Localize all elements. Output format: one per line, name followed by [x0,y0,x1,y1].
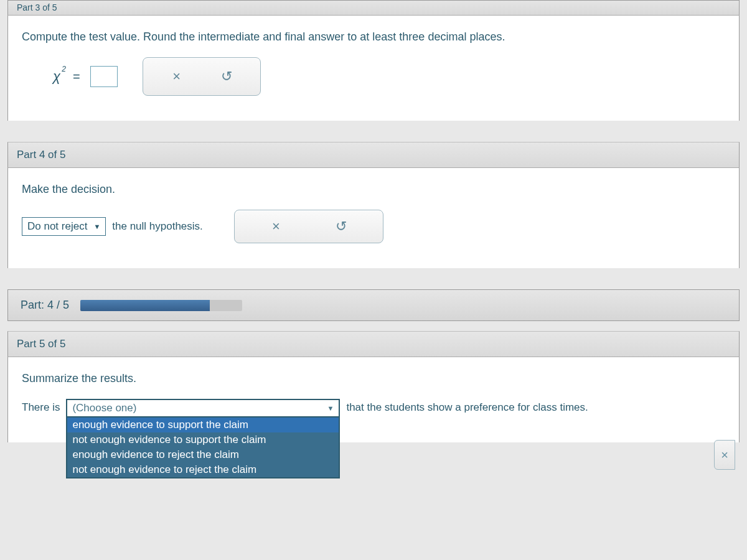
part-5-instruction: Summarize the results. [22,372,725,385]
summary-option-0[interactable]: enough evidence to support the claim [67,418,339,432]
part-5-header-label: Part 5 of 5 [17,338,65,350]
chi-superscript: 2 [62,65,66,73]
progress-row: Part: 4 / 5 [7,289,740,321]
part-4-header: Part 4 of 5 [7,142,740,168]
decision-trailing-text: the null hypothesis. [112,220,203,233]
reset-icon[interactable]: ↺ [215,65,238,88]
summary-row: There is (Choose one) ▼ enough evidence … [22,399,725,418]
decision-select-value: Do not reject [27,220,87,233]
summary-dropdown-selected[interactable]: (Choose one) ▼ [66,399,340,418]
summary-dropdown-list: enough evidence to support the claim not… [66,418,340,478]
summary-dropdown[interactable]: (Choose one) ▼ enough evidence to suppor… [66,399,340,418]
progress-label: Part: 4 / 5 [21,299,69,312]
chevron-down-icon: ▼ [327,404,334,412]
part-3-header-label: Part 3 of 5 [17,2,57,12]
summary-lead: There is [22,399,60,414]
part-3-toolbox: × ↺ [143,57,261,96]
chi-square-row: χ 2 = × ↺ [22,57,725,96]
equals-sign: = [73,70,80,84]
part-4-toolbox: × ↺ [234,210,383,243]
chi-symbol: χ 2 [53,68,60,85]
summary-option-2[interactable]: enough evidence to reject the claim [67,447,339,462]
chevron-down-icon: ▼ [93,223,100,230]
clear-icon[interactable]: × [265,215,287,238]
part-3-header-cut: Part 3 of 5 [7,0,740,16]
part-5-body: Summarize the results. There is (Choose … [7,357,740,442]
part-4-header-label: Part 4 of 5 [17,149,65,161]
decision-row: Do not reject ▼ the null hypothesis. × ↺ [22,210,725,243]
clear-icon[interactable]: × [166,65,188,88]
side-clear-icon[interactable]: × [714,440,735,470]
progress-bar [80,300,242,311]
summary-option-3[interactable]: not enough evidence to reject the claim [67,462,339,477]
chi-square-input[interactable] [90,66,118,87]
decision-select[interactable]: Do not reject ▼ [22,217,106,236]
progress-bar-fill [80,300,210,311]
part-3-body: Compute the test value. Round the interm… [7,16,740,121]
reset-icon[interactable]: ↺ [330,215,352,238]
part-5-header: Part 5 of 5 [7,331,740,357]
part-4-instruction: Make the decision. [22,183,725,196]
summary-option-1[interactable]: not enough evidence to support the claim [67,432,339,447]
summary-trailing-text: that the students show a preference for … [346,399,588,414]
part-4-body: Make the decision. Do not reject ▼ the n… [7,168,740,268]
part-3-instruction: Compute the test value. Round the interm… [22,30,725,44]
